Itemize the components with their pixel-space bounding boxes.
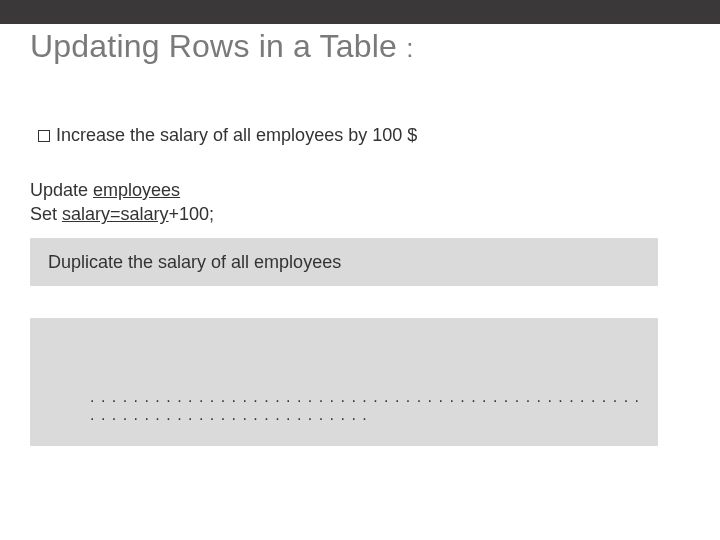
sql-keyword-set: Set	[30, 204, 62, 224]
sql-line-1: Update employees	[30, 178, 214, 202]
sql-suffix: +100;	[169, 204, 215, 224]
sql-line-2: Set salary=salary+100;	[30, 202, 214, 226]
checkbox-icon	[38, 130, 50, 142]
title-text: Updating Rows in a Table	[30, 28, 397, 64]
dotted-line: . . . . . . . . . . . . . . . . . . . . …	[48, 388, 640, 424]
top-bar	[0, 0, 720, 24]
bullet-line: Increase the salary of all employees by …	[38, 125, 417, 146]
slide-title: Updating Rows in a Table :	[30, 28, 414, 65]
sql-code: Update employees Set salary=salary+100;	[30, 178, 214, 227]
sql-expression: salary=salary	[62, 204, 169, 224]
prompt-text: Duplicate the salary of all employees	[48, 252, 341, 273]
sql-table-name: employees	[93, 180, 180, 200]
slide: Updating Rows in a Table : Increase the …	[0, 0, 720, 540]
title-colon: :	[406, 33, 413, 63]
bullet-text: Increase the salary of all employees by …	[56, 125, 417, 145]
prompt-box-1: Duplicate the salary of all employees	[30, 238, 658, 286]
sql-keyword-update: Update	[30, 180, 93, 200]
answer-box: . . . . . . . . . . . . . . . . . . . . …	[30, 318, 658, 446]
